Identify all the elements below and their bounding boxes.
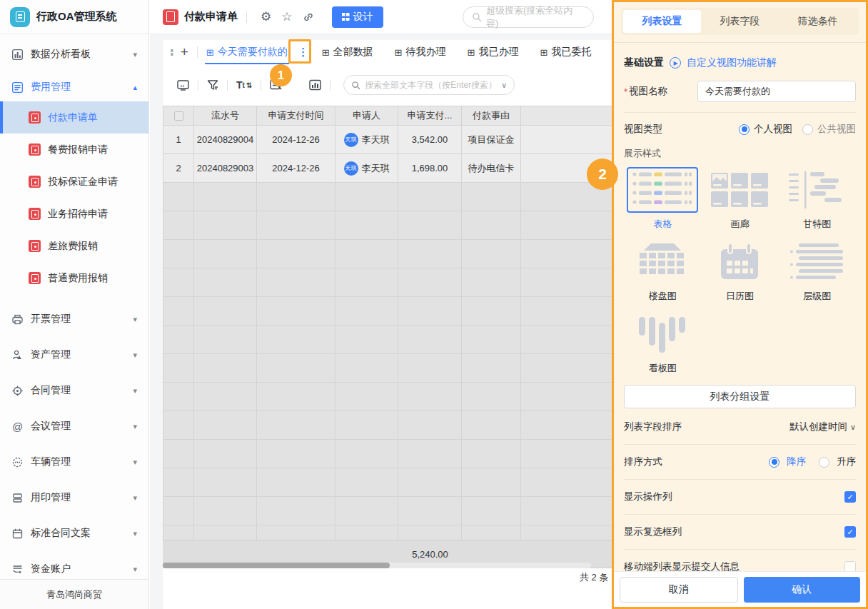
col-header[interactable]: 申请支付时间 <box>257 106 335 126</box>
tab-list-settings[interactable]: 列表设置 <box>623 10 701 33</box>
serial-cell: 20240829004 <box>194 126 257 154</box>
view-tab-active[interactable]: ⊞ 今天需要付款的 <box>206 46 288 59</box>
link-icon[interactable] <box>303 11 314 23</box>
view-tab-done[interactable]: ⊞我已办理 <box>468 46 519 59</box>
submenu-label: 差旅费报销 <box>48 240 98 253</box>
red-doc-icon <box>29 111 41 124</box>
ascending-label[interactable]: 升序 <box>837 456 856 468</box>
summary-amount: 5,240.00 <box>398 549 462 560</box>
list-group-settings-button[interactable]: 列表分组设置 <box>624 385 856 408</box>
avatar: 天琪 <box>344 161 358 176</box>
global-search[interactable]: 超级搜索(搜索全站内容) <box>463 6 594 28</box>
reason-cell: 项目保证金 <box>462 126 521 154</box>
field-search-input[interactable]: 搜索全部文本字段（按Enter搜索） ∨ <box>343 75 515 95</box>
style-option-kanban[interactable]: 看板图 <box>624 311 701 375</box>
view-tab-label: 全部数据 <box>333 46 373 59</box>
sidebar-item-label: 费用管理 <box>31 81 71 94</box>
table-grid-icon: ⊞ <box>540 47 547 58</box>
page-title: 付款申请单 <box>184 10 238 24</box>
sidebar-item-travel-expense[interactable]: 差旅费报销 <box>0 230 148 262</box>
descending-label[interactable]: 降序 <box>787 456 806 468</box>
view-tab-todo[interactable]: ⊞待我办理 <box>395 46 446 59</box>
sidebar-item-standard-contract[interactable]: 标准合同文案 ▾ <box>0 515 148 551</box>
radio-personal-view[interactable] <box>739 124 750 135</box>
horizontal-scrollbar[interactable] <box>163 563 591 568</box>
text-size-icon[interactable]: Tt⇅ <box>236 79 252 91</box>
col-header[interactable]: 申请支付... <box>398 106 462 126</box>
chevron-down-icon[interactable]: ∨ <box>501 81 507 90</box>
panel-tabs: 列表设置 列表字段 筛选条件 <box>621 8 859 35</box>
design-grid-icon <box>342 13 350 21</box>
money-icon <box>11 563 24 575</box>
style-option-building[interactable]: 楼盘图 <box>624 239 701 303</box>
sort-field-select[interactable]: 默认创建时间 ∨ <box>789 421 856 433</box>
scrollbar-thumb[interactable] <box>163 563 390 568</box>
style-option-table[interactable]: 表格 <box>624 167 701 231</box>
style-label: 日历图 <box>726 290 754 303</box>
sidebar-item-vehicle[interactable]: 车辆管理 ▾ <box>0 444 148 480</box>
sidebar-item-general-expense[interactable]: 普通费用报销 <box>0 262 148 294</box>
sidebar-item-invoice[interactable]: 开票管理 ▾ <box>0 301 148 337</box>
design-button[interactable]: 设计 <box>332 6 383 28</box>
radio-public-view[interactable] <box>802 124 813 135</box>
style-option-calendar[interactable]: 日历图 <box>701 239 778 303</box>
sidebar-item-business-reception[interactable]: 业务招待申请 <box>0 198 148 230</box>
select-all-checkbox[interactable] <box>163 106 194 126</box>
red-doc-icon <box>29 176 41 188</box>
sidebar-item-meeting[interactable]: @ 会议管理 ▾ <box>0 408 148 444</box>
add-view-button[interactable]: + <box>181 44 188 60</box>
sidebar-item-dashboard[interactable]: 数据分析看板 ▾ <box>0 40 148 69</box>
sidebar-item-bid-deposit[interactable]: 投标保证金申请 <box>0 166 148 198</box>
stats-chart-icon[interactable] <box>309 79 321 91</box>
chevron-down-icon: ▾ <box>133 529 137 538</box>
view-tab-delegated[interactable]: ⊞我已委托 <box>540 46 591 59</box>
show-action-column-checkbox[interactable]: ✓ <box>844 491 856 503</box>
filter-icon[interactable] <box>207 79 218 91</box>
mobile-submitter-info-checkbox[interactable] <box>844 561 856 571</box>
col-header[interactable]: 流水号 <box>194 106 257 126</box>
view-tab-label: 今天需要付款的 <box>218 46 288 59</box>
style-option-gallery[interactable]: 画廊 <box>701 167 778 231</box>
drag-handle-icon[interactable]: ⁞⁞ <box>170 47 172 58</box>
play-icon: ▶ <box>670 57 681 69</box>
style-option-hierarchy[interactable]: 层级图 <box>779 239 856 303</box>
sidebar-item-asset[interactable]: 资产管理 ▾ <box>0 337 148 373</box>
submenu-label: 投标保证金申请 <box>48 176 118 188</box>
cancel-button[interactable]: 取消 <box>620 577 738 603</box>
personal-view-label[interactable]: 个人视图 <box>754 123 792 136</box>
view-name-input[interactable] <box>697 81 856 102</box>
tab-list-fields[interactable]: 列表字段 <box>701 10 779 33</box>
sidebar-item-meal-reimburse[interactable]: 餐费报销申请 <box>0 134 148 166</box>
radio-descending[interactable] <box>769 457 779 468</box>
reason-cell: 待办电信卡 <box>462 154 521 183</box>
sidebar-item-seal[interactable]: 用印管理 ▾ <box>0 480 148 515</box>
col-header[interactable]: 申请人 <box>335 106 398 126</box>
gear-icon[interactable]: ⚙ <box>261 9 271 24</box>
display-style-grid: 表格 画廊 甘特图 <box>624 167 856 375</box>
star-icon[interactable]: ☆ <box>281 9 292 24</box>
show-checkbox-column-checkbox[interactable]: ✓ <box>844 526 856 538</box>
red-doc-icon <box>29 272 41 284</box>
sidebar-item-contract[interactable]: 合同管理 ▾ <box>0 373 148 408</box>
col-header[interactable]: 付款事由 <box>462 106 521 126</box>
radio-ascending[interactable] <box>819 457 829 468</box>
sidebar-item-payment-request[interactable]: 付款申请单 <box>0 101 148 134</box>
help-link[interactable]: 自定义视图功能讲解 <box>687 56 777 69</box>
tab-filter-conditions[interactable]: 筛选条件 <box>779 10 857 33</box>
public-view-label[interactable]: 公共视图 <box>817 123 856 136</box>
table-grid-icon: ⊞ <box>322 47 330 58</box>
chevron-down-icon: ▾ <box>133 458 137 467</box>
view-tab-all-data[interactable]: ⊞全部数据 <box>322 46 373 59</box>
display-settings-icon[interactable] <box>177 79 189 91</box>
amount-cell: 3,542.00 <box>398 126 462 154</box>
submenu-label: 普通费用报销 <box>48 272 108 285</box>
search-icon <box>472 12 482 22</box>
design-label: 设计 <box>353 11 373 24</box>
confirm-button[interactable]: 确认 <box>744 577 861 603</box>
sidebar-item-expense[interactable]: 费用管理 ▴ <box>0 73 148 101</box>
app-title: 行政OA管理系统 <box>36 10 117 24</box>
sidebar-item-label: 资产管理 <box>31 348 71 361</box>
sidebar: 行政OA管理系统 数据分析看板 ▾ 费用管理 ▴ 付款申请单 餐费报销申请 投标… <box>0 0 149 609</box>
style-option-gantt[interactable]: 甘特图 <box>779 167 856 231</box>
view-tab-more-button[interactable]: ⋮ <box>293 46 313 59</box>
